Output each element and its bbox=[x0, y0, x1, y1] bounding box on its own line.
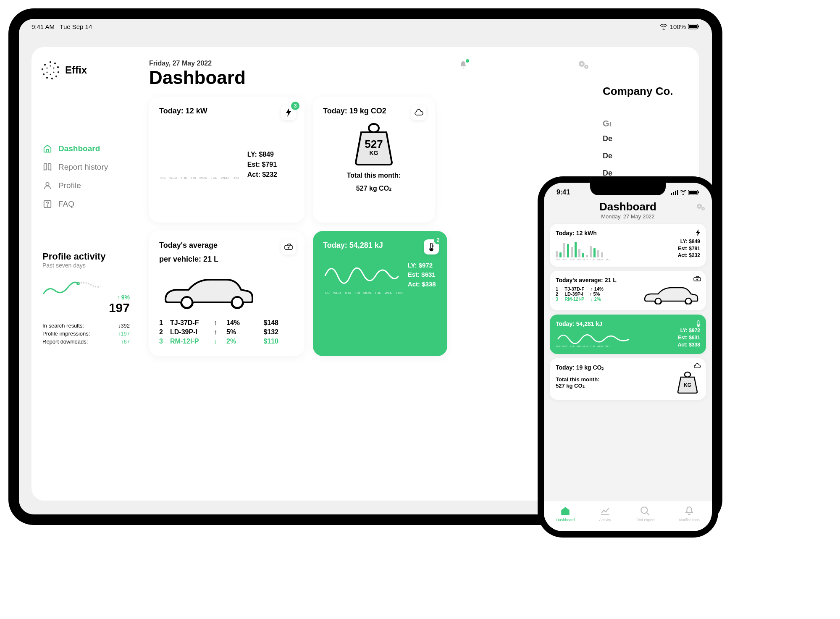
help-icon bbox=[42, 199, 52, 209]
svg-point-12 bbox=[44, 64, 46, 66]
profile-activity-widget: Profile activity Past seven days ↑ 9% 19… bbox=[40, 247, 132, 350]
svg-point-21 bbox=[47, 206, 47, 206]
svg-rect-38 bbox=[673, 192, 674, 195]
wifi-icon bbox=[660, 24, 667, 30]
svg-point-14 bbox=[53, 68, 55, 69]
home-icon bbox=[42, 144, 52, 154]
right-item[interactable]: De bbox=[603, 147, 695, 165]
svg-point-10 bbox=[43, 73, 45, 75]
svg-point-17 bbox=[47, 72, 48, 73]
kj-est: Est: $631 bbox=[408, 270, 436, 280]
m-kw-chart bbox=[556, 236, 609, 257]
m-kw-title: Today: 12 kWh bbox=[556, 230, 700, 236]
svg-rect-1 bbox=[689, 25, 697, 28]
svg-point-24 bbox=[581, 63, 583, 65]
notifications-button[interactable] bbox=[458, 60, 468, 70]
tab-dashboard[interactable]: Dashboard bbox=[556, 506, 575, 522]
vehicle-row: 1TJ-37D-F↑14%$148 bbox=[159, 318, 294, 328]
svg-rect-43 bbox=[698, 191, 699, 193]
header-date: Friday, 27 May 2022 bbox=[149, 60, 246, 67]
svg-text:527: 527 bbox=[365, 138, 383, 150]
card-kw[interactable]: Today: 12 kW 3 bbox=[149, 97, 304, 223]
pa-row-val: 67 bbox=[121, 338, 130, 345]
svg-point-47 bbox=[703, 208, 704, 210]
wifi-icon bbox=[680, 190, 687, 195]
kw-act: Act: $232 bbox=[247, 170, 277, 180]
svg-point-33 bbox=[430, 249, 432, 250]
mobile-card-kw[interactable]: Today: 12 kWh bbox=[550, 224, 706, 267]
iphone-date: Monday, 27 May 2022 bbox=[550, 213, 706, 220]
kj-ly: LY: $972 bbox=[408, 261, 436, 270]
iphone-time: 9:41 bbox=[556, 189, 570, 196]
logo[interactable]: Effix bbox=[40, 60, 132, 81]
home-icon bbox=[560, 506, 571, 517]
svg-point-49 bbox=[655, 298, 661, 304]
iphone-header: Dashboard Monday, 27 May 2022 bbox=[550, 200, 706, 220]
ipad-status-bar: 9:41 AM Tue Sep 14 100% bbox=[19, 19, 712, 34]
iphone-tabbar: Dashboard Activity Find expert Notificat… bbox=[544, 500, 712, 531]
nav-report-history-label: Report history bbox=[58, 163, 108, 172]
nav-faq-label: FAQ bbox=[58, 199, 74, 209]
svg-rect-2 bbox=[698, 26, 699, 28]
bell-icon bbox=[684, 506, 695, 517]
pa-row-val: 197 bbox=[118, 330, 130, 337]
iphone-content: Dashboard Monday, 27 May 2022 Today: 12 … bbox=[544, 196, 712, 498]
svg-text:KG: KG bbox=[684, 382, 691, 388]
mobile-card-kj[interactable]: Today: 54,281 kJ TUEWEDTHUFRIMONTUEWEDTH… bbox=[550, 315, 706, 354]
right-item[interactable]: De bbox=[603, 130, 695, 147]
svg-rect-42 bbox=[689, 191, 697, 194]
kw-badge: 3 bbox=[291, 102, 299, 110]
thermometer-icon bbox=[428, 242, 434, 252]
svg-point-54 bbox=[641, 507, 647, 513]
status-date: Tue Sep 14 bbox=[60, 23, 92, 30]
svg-rect-30 bbox=[285, 245, 292, 249]
bolt-icon bbox=[695, 229, 701, 236]
nav-dashboard[interactable]: Dashboard bbox=[40, 139, 132, 158]
svg-point-18 bbox=[47, 68, 48, 69]
m-avg-title: Today's average: 21 L bbox=[556, 277, 700, 283]
kw-est: Est: $791 bbox=[247, 160, 277, 170]
iphone-settings-button[interactable] bbox=[696, 203, 706, 211]
svg-point-13 bbox=[50, 66, 51, 67]
nav-faq[interactable]: FAQ bbox=[40, 195, 132, 213]
settings-button[interactable] bbox=[578, 60, 590, 71]
mobile-card-vehicle[interactable]: Today's average: 21 L 1 TJ-37D-F ↑ 14% 2… bbox=[550, 271, 706, 310]
nav-profile[interactable]: Profile bbox=[40, 176, 132, 195]
battery-icon bbox=[688, 190, 699, 195]
weight-icon: KG bbox=[675, 371, 700, 394]
card-kj[interactable]: Today: 54,281 kJ 2 TUEWEDTHUFRIMONTUEWED… bbox=[313, 231, 447, 356]
svg-point-15 bbox=[53, 72, 55, 73]
svg-point-19 bbox=[46, 183, 49, 186]
svg-point-26 bbox=[585, 66, 587, 68]
tab-find-expert[interactable]: Find expert bbox=[635, 506, 654, 522]
car-icon bbox=[641, 283, 700, 304]
svg-point-9 bbox=[46, 77, 48, 79]
card-co2[interactable]: Today: 19 kg CO2 527 KG Total this month… bbox=[313, 97, 435, 223]
tab-notifications[interactable]: Notifications bbox=[679, 506, 700, 522]
page-title: Dashboard bbox=[149, 67, 246, 88]
svg-point-7 bbox=[55, 76, 57, 77]
iphone-notch bbox=[590, 183, 666, 195]
vehicle-row: 2LD-39P-I↑5%$132 bbox=[159, 328, 294, 337]
svg-point-11 bbox=[42, 68, 43, 70]
right-group-header: Gı bbox=[603, 119, 695, 129]
pa-delta: ↑ 9% bbox=[42, 294, 130, 301]
iphone-title: Dashboard bbox=[550, 200, 706, 213]
iphone-screen: 9:41 Dashboard Monday, 27 May 2022 Today… bbox=[544, 183, 712, 531]
mobile-card-co2[interactable]: Today: 19 kg CO₂ Total this month: 527 k… bbox=[550, 358, 706, 400]
tab-activity[interactable]: Activity bbox=[599, 506, 612, 522]
svg-text:KG: KG bbox=[370, 150, 378, 156]
co2-total-value: 527 kg CO₂ bbox=[323, 184, 425, 192]
svg-point-31 bbox=[181, 297, 192, 308]
pa-value: 197 bbox=[42, 301, 130, 315]
card-vehicle[interactable]: Today's average per vehicle: 21 L 1TJ-37… bbox=[149, 231, 304, 356]
m-co2-title: Today: 19 kg CO₂ bbox=[556, 364, 700, 371]
kw-bar-chart bbox=[159, 132, 239, 174]
user-icon bbox=[42, 181, 52, 191]
weight-icon: 527 KG bbox=[351, 121, 397, 167]
nav-report-history[interactable]: Report history bbox=[40, 158, 132, 176]
svg-rect-37 bbox=[671, 193, 672, 195]
m-kj-wave bbox=[556, 328, 631, 344]
notification-dot bbox=[466, 59, 469, 63]
iphone-frame: 9:41 Dashboard Monday, 27 May 2022 Today… bbox=[538, 176, 718, 538]
